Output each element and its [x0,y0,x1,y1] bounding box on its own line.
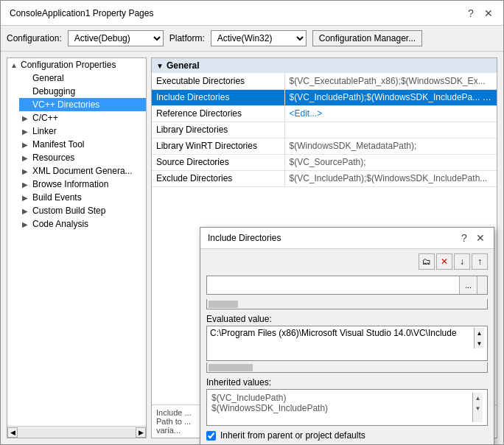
inherited-scroll-down[interactable]: ▼ [473,403,483,413]
tree-item-label: Linker [32,126,57,136]
prop-value: $(VC_ExecutablePath_x86);$(WindowsSDK_Ex… [284,73,497,89]
config-dropdown[interactable]: Active(Debug) [68,30,164,46]
inherited-section: Inherited values: $(VC_IncludePath) $(Wi… [206,377,488,426]
tree-item-manifest[interactable]: ▶ Manifest Tool [19,138,146,151]
tree-container: ▲ Configuration Properties General Debug… [7,58,146,426]
tree-item-browse[interactable]: ▶ Browse Information [19,178,146,191]
table-row[interactable]: Executable Directories $(VC_ExecutablePa… [152,73,497,89]
main-wrapper: ▲ Configuration Properties General Debug… [1,52,503,444]
config-manager-button[interactable]: Configuration Manager... [312,30,422,46]
tree-item-label: General [32,73,64,83]
eval-vscroll: ▲ ▼ [474,328,484,348]
section-header: ▼ General [152,58,497,73]
section-arrow-icon: ▼ [156,62,164,70]
help-button[interactable]: ? [465,7,477,19]
tree-item-resources[interactable]: ▶ Resources [19,151,146,164]
platform-label: Platform: [169,33,205,43]
tree-item-label: Code Analysis [32,219,88,229]
tree-item-label: C/C++ [32,113,58,123]
eval-label: Evaluated value: [206,314,488,324]
tree-item-xml[interactable]: ▶ XML Document Genera... [19,164,146,178]
dialog-help-button[interactable]: ? [458,232,470,244]
prop-name: Reference Directories [152,105,284,122]
tree-item-build-events[interactable]: ▶ Build Events [19,191,146,204]
new-item-button[interactable]: 🗂 [419,253,435,270]
platform-dropdown[interactable]: Active(Win32) [211,30,307,46]
tree-item-label: Resources [32,153,74,163]
move-down-icon: ↓ [460,256,464,267]
new-item-icon: 🗂 [422,256,431,267]
edit-link[interactable]: <Edit...> [290,108,323,119]
tree-item-debugging[interactable]: Debugging [19,85,146,98]
hscroll-right-btn[interactable]: ▶ [136,427,146,438]
eval-value: C:\Program Files (x86)\Microsoft Visual … [210,328,474,338]
inherited-label: Inherited values: [206,377,488,388]
left-panel: ▲ Configuration Properties General Debug… [7,57,147,438]
hscroll-track [18,428,136,437]
inherit-checkbox-label: Inherit from parent or project defaults [220,430,365,441]
inherited-scroll-up[interactable]: ▲ [473,393,483,403]
eval-scroll-down[interactable]: ▼ [475,338,484,348]
eval-box: C:\Program Files (x86)\Microsoft Visual … [206,326,488,361]
move-down-button[interactable]: ↓ [454,253,470,270]
move-up-button[interactable]: ↑ [472,253,488,270]
dialog-body: 🗂 ✕ ↓ ↑ ... [200,249,494,444]
table-row[interactable]: Exclude Directories $(VC_IncludePath);$(… [152,170,497,186]
dialog-title: Include Directories [208,233,281,243]
tree-item-cpp[interactable]: ▶ C/C++ [19,111,146,125]
dialog-title-bar: Include Directories ? ✕ [200,228,494,249]
tree-item-vc-directories[interactable]: VC++ Directories [19,98,146,111]
move-up-icon: ↑ [477,256,482,267]
directory-input[interactable] [207,276,459,294]
inherited-line1: $(VC_IncludePath) [211,393,472,403]
table-row-selected[interactable]: Include Directories $(VC_IncludePath);$(… [152,89,497,105]
table-row[interactable]: Source Directories $(VC_SourcePath); [152,154,497,170]
eval-hscroll [206,362,488,373]
tree-item-label: XML Document Genera... [32,166,133,176]
inherited-values: $(VC_IncludePath) $(WindowsSDK_IncludePa… [211,393,472,422]
prop-value: $(VC_SourcePath); [284,154,497,170]
dialog-close-button[interactable]: ✕ [475,232,486,244]
section-label: General [167,60,200,71]
inherited-box: $(VC_IncludePath) $(WindowsSDK_IncludePa… [206,389,488,426]
tree-item-label: Custom Build Step [32,206,105,216]
eval-scroll-up[interactable]: ▲ [475,328,484,338]
dir-entry-row: ... [206,276,488,295]
table-row[interactable]: Reference Directories <Edit...> [152,105,497,122]
dialog-toolbar: 🗂 ✕ ↓ ↑ [206,253,488,270]
toolbar-row: Configuration: Active(Debug) Platform: A… [1,26,503,52]
tree-item-linker[interactable]: ▶ Linker [19,125,146,138]
table-row[interactable]: Library WinRT Directories $(WindowsSDK_M… [152,138,497,154]
prop-name: Source Directories [152,154,284,170]
tree-item-label: Manifest Tool [32,139,84,150]
tree-item-label: Debugging [32,86,75,97]
prop-name: Exclude Directories [152,170,284,186]
inherit-checkbox[interactable] [206,431,216,441]
close-button[interactable]: ✕ [483,7,494,19]
tree-root[interactable]: ▲ Configuration Properties [7,58,146,71]
tree-item-label: Browse Information [32,179,108,189]
tree-root-label: Configuration Properties [21,60,116,70]
tree-item-label: Build Events [32,192,82,203]
inherited-line2: $(WindowsSDK_IncludePath) [211,403,472,413]
table-row[interactable]: Library Directories [152,122,497,138]
browse-button[interactable]: ... [459,276,477,294]
prop-value [284,122,497,138]
config-label: Configuration: [7,33,62,43]
hscroll-left-btn[interactable]: ◀ [7,427,18,438]
prop-value: $(WindowsSDK_MetadataPath); [284,138,497,154]
tree-item-code-analysis[interactable]: ▶ Code Analysis [19,217,146,231]
root-arrow: ▲ [10,61,19,69]
tree-item-custom-build[interactable]: ▶ Custom Build Step [19,204,146,217]
prop-name: Library WinRT Directories [152,138,284,154]
delete-button[interactable]: ✕ [436,253,452,270]
prop-value: $(VC_IncludePath);$(WindowsSDK_IncludePa… [284,89,497,105]
eval-hscroll-thumb [209,364,253,371]
main-window: ConsoleApplication1 Property Pages ? ✕ C… [0,0,504,445]
dir-hscroll-thumb [209,301,238,308]
prop-name: Executable Directories [152,73,284,89]
dir-vscroll [477,276,487,294]
tree-item-general[interactable]: General [19,71,146,85]
prop-name: Library Directories [152,122,284,138]
dir-hscroll [206,299,488,309]
